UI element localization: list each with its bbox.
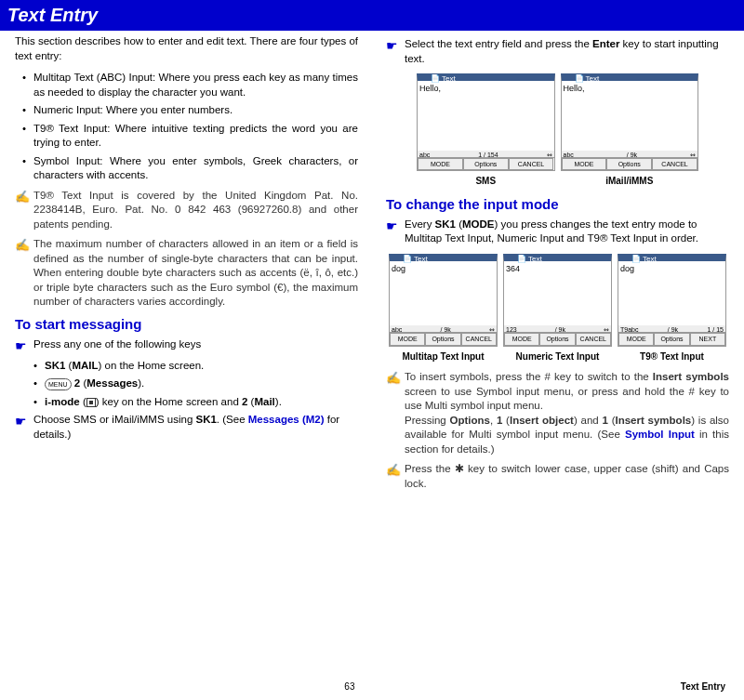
pointer-icon: ☛ xyxy=(386,218,405,246)
cancel-button[interactable]: CANCEL xyxy=(461,333,497,345)
bullet-item: •Multitap Text (ABC) Input: Where you pr… xyxy=(15,71,358,99)
mode-button[interactable]: MODE xyxy=(618,333,654,345)
content-columns: This section describes how to enter and … xyxy=(0,31,744,500)
mode-button[interactable]: MODE xyxy=(418,158,463,170)
page-number: 63 xyxy=(19,680,681,693)
step-text: Press any one of the following keys xyxy=(33,337,358,355)
symbol-input-link[interactable]: Symbol Input xyxy=(625,429,695,440)
step-item: ☛Choose SMS or iMail/iMMS using SK1. (Se… xyxy=(15,413,358,442)
sub-dot: • xyxy=(33,395,45,410)
screenshot-t9: 📄 Text dog T9abc/ 9k1 / 15 MODEOptionsNE… xyxy=(618,254,726,363)
step-item: ☛Select the text entry field and press t… xyxy=(386,37,729,66)
phone-body: dog xyxy=(390,261,497,334)
mode-button[interactable]: MODE xyxy=(390,333,425,345)
sub-text: MENU 2 (Messages). xyxy=(45,376,358,391)
step-item: ☛Every SK1 (MODE) you press changes the … xyxy=(386,218,729,246)
step-text: Choose SMS or iMail/iMMS using SK1. (See… xyxy=(33,413,358,442)
left-column: This section describes how to enter and … xyxy=(6,31,372,500)
phone-title: 📄 Text xyxy=(403,255,428,265)
screenshot-sms: 📄 Text Hello, abc1 / 154⇔ MODEOptionsCAN… xyxy=(417,73,555,188)
text: Select the text entry field and press th… xyxy=(405,38,592,49)
intro-text: This section describes how to enter and … xyxy=(15,34,358,63)
pointer-icon: ☛ xyxy=(386,37,405,66)
phone-body: 364 xyxy=(504,261,611,334)
bullet-text: Multitap Text (ABC) Input: Where you pre… xyxy=(33,71,358,99)
step-text: Select the text entry field and press th… xyxy=(405,37,729,66)
bullet-item: •T9® Text Input: Where intuitive texting… xyxy=(15,122,358,151)
phone-softkeys: MODEOptionsCANCEL xyxy=(504,332,611,345)
bullet-item: •Symbol Input: Where you enter symbols, … xyxy=(15,154,358,183)
mode-label: MODE xyxy=(462,218,495,230)
mail-label: MAIL xyxy=(72,360,98,371)
note-icon: ✍ xyxy=(386,370,405,456)
step-item: ☛Press any one of the following keys xyxy=(15,337,358,355)
text: Choose SMS or iMail/iMMS using xyxy=(33,414,195,425)
screenshots-three: 📄 Text dog abc/ 9k⇔ MODEOptionsCANCEL Mu… xyxy=(386,254,729,363)
options-button[interactable]: Options xyxy=(463,158,509,170)
text: ). xyxy=(138,377,144,389)
bullet-dot: • xyxy=(15,154,33,183)
sms-label: SMS xyxy=(417,175,555,188)
phone-softkeys: MODEOptionsCANCEL xyxy=(418,157,554,170)
note-item: ✍To insert symbols, press the # key to s… xyxy=(386,370,729,456)
sub-dot: • xyxy=(33,376,45,391)
cancel-button[interactable]: CANCEL xyxy=(652,158,698,170)
mode-button[interactable]: MODE xyxy=(562,158,607,170)
mode-button[interactable]: MODE xyxy=(504,333,539,345)
insert-symbols-label: Insert symbols xyxy=(615,415,691,426)
phone-title: 📄 Text xyxy=(431,74,456,85)
phone-title: 📄 Text xyxy=(517,255,542,265)
note-icon: ✍ xyxy=(386,462,405,491)
text: ( xyxy=(456,218,462,230)
insert-symbols-label: Insert symbols xyxy=(653,371,729,382)
menu-icon: MENU xyxy=(45,378,72,390)
note-text: T9® Text Input is covered by the United … xyxy=(33,189,358,232)
pointer-icon: ☛ xyxy=(15,413,33,442)
imode-label: i-mode xyxy=(45,396,80,407)
imail-label: iMail/iMMS xyxy=(561,175,699,188)
sk1-label: SK1 xyxy=(195,414,216,425)
phone-title: 📄 Text xyxy=(631,255,657,265)
numeric-label: Numeric Text Input xyxy=(503,350,612,363)
messages-link[interactable]: Messages (M2) xyxy=(248,414,325,425)
mail-label: Mail xyxy=(254,396,274,407)
enter-key: Enter xyxy=(592,38,619,49)
phone-screen: 📄 Text dog T9abc/ 9k1 / 15 MODEOptionsNE… xyxy=(618,254,726,347)
multitap-label: Multitap Text Input xyxy=(389,350,498,363)
options-button[interactable]: Options xyxy=(425,333,460,345)
note-item: ✍T9® Text Input is covered by the United… xyxy=(15,189,358,232)
phone-softkeys: MODEOptionsCANCEL xyxy=(562,157,698,170)
text: ( xyxy=(80,396,86,407)
messages-label: Messages xyxy=(86,377,138,389)
phone-body: dog xyxy=(618,261,725,334)
note-icon: ✍ xyxy=(15,189,33,232)
options-button[interactable]: Options xyxy=(606,158,652,170)
right-column: ☛Select the text entry field and press t… xyxy=(372,31,738,500)
step-text: Every SK1 (MODE) you press changes the t… xyxy=(405,218,729,246)
cancel-button[interactable]: CANCEL xyxy=(509,158,554,170)
pointer-icon: ☛ xyxy=(15,337,33,355)
screenshot-numeric: 📄 Text 364 123/ 9k⇔ MODEOptionsCANCEL Nu… xyxy=(503,254,612,363)
options-button[interactable]: Options xyxy=(654,333,689,345)
options-button[interactable]: Options xyxy=(539,333,575,345)
section-heading-start-messaging: To start messaging xyxy=(15,315,358,334)
next-button[interactable]: NEXT xyxy=(690,333,725,345)
text: ). xyxy=(275,396,282,407)
phone-softkeys: MODEOptionsCANCEL xyxy=(390,332,497,345)
sub-bullet: •SK1 (MAIL) on the Home screen. xyxy=(33,359,358,374)
bullet-item: •Numeric Input: Where you enter numbers. xyxy=(15,103,358,118)
section-heading-input-mode: To change the input mode xyxy=(386,195,729,214)
bullet-dot: • xyxy=(15,71,33,99)
sk1-label: SK1 xyxy=(45,360,65,371)
screenshot-imail: 📄 Text Hello, abc/ 9k⇔ MODEOptionsCANCEL… xyxy=(561,73,699,188)
bullet-dot: • xyxy=(15,103,33,118)
bullet-text: Numeric Input: Where you enter numbers. xyxy=(33,103,358,118)
note-text: To insert symbols, press the # key to sw… xyxy=(405,370,729,456)
phone-screen: 📄 Text Hello, abc1 / 154⇔ MODEOptionsCAN… xyxy=(417,73,555,171)
note-icon: ✍ xyxy=(15,237,33,310)
cancel-button[interactable]: CANCEL xyxy=(576,333,611,345)
t9-label: T9® Text Input xyxy=(618,350,726,363)
phone-screen: 📄 Text Hello, abc/ 9k⇔ MODEOptionsCANCEL xyxy=(561,73,699,171)
text: ) on the Home screen. xyxy=(99,360,205,371)
phone-body: Hello, xyxy=(418,81,554,153)
